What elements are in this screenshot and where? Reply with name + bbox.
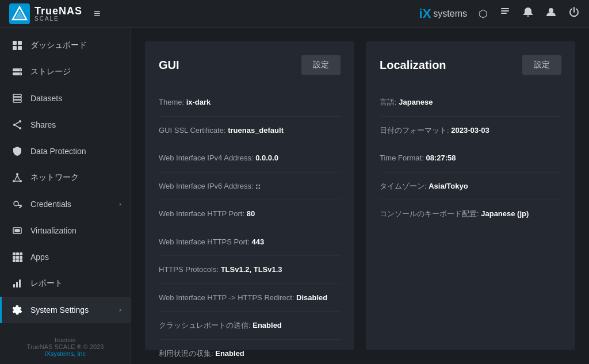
- topbar-left: TrueNAS SCALE ≡: [9, 3, 103, 24]
- sidebar-item-reports-label: レポート: [30, 278, 121, 289]
- svg-point-20: [19, 127, 21, 129]
- sidebar-item-network-label: ネットワーク: [30, 173, 121, 183]
- logo-text: TrueNAS SCALE: [35, 6, 82, 22]
- loc-field-date-format-value: 2023-03-03: [451, 126, 489, 135]
- localization-card-header: Localization 設定: [380, 55, 561, 75]
- sidebar-item-system-settings-label: System Settings: [30, 305, 112, 315]
- svg-line-21: [16, 122, 19, 124]
- svg-rect-31: [20, 206, 22, 207]
- sidebar-item-apps[interactable]: Apps: [0, 244, 131, 270]
- sidebar-item-data-protection[interactable]: Data Protection: [0, 138, 131, 164]
- svg-rect-36: [16, 252, 19, 255]
- truenas-logo-icon: [9, 3, 30, 24]
- svg-rect-4: [501, 10, 509, 12]
- gui-field-crash-report-label: クラッシュレポートの送信:: [159, 321, 253, 329]
- localization-card-title: Localization: [380, 59, 446, 72]
- apps-icon: [11, 251, 24, 263]
- gui-field-ipv6: Web Interface IPv6 Address: ::: [159, 173, 341, 201]
- loc-field-language-value: Japanese: [399, 98, 433, 106]
- loc-field-date-format-label: 日付のフォーマット:: [380, 126, 451, 135]
- sidebar-item-dashboard[interactable]: ダッシュボード: [0, 32, 131, 59]
- loc-field-timezone-label: タイムゾーン:: [380, 182, 429, 190]
- account-icon[interactable]: [545, 6, 557, 21]
- gui-field-crash-report-value: Enabled: [253, 321, 282, 329]
- sidebar-item-apps-label: Apps: [30, 252, 121, 262]
- notifications-icon[interactable]: [522, 6, 534, 21]
- loc-field-language: 言語: Japanese: [380, 89, 561, 117]
- sidebar-item-virtualization-label: Virtualization: [30, 226, 121, 235]
- logo-area: TrueNAS SCALE: [9, 3, 82, 24]
- svg-point-18: [19, 120, 21, 122]
- gui-settings-button[interactable]: 設定: [301, 55, 341, 75]
- gui-field-ipv6-label: Web Interface IPv6 Address:: [159, 182, 255, 190]
- sidebar-item-storage[interactable]: ストレージ: [0, 59, 131, 85]
- loc-field-time-format-value: 08:27:58: [426, 154, 456, 162]
- sidebar-item-storage-label: ストレージ: [30, 67, 121, 77]
- gui-field-https-port: Web Interface HTTPS Port: 443: [159, 228, 341, 256]
- sidebar-item-system-settings[interactable]: System Settings ›: [0, 297, 131, 323]
- localization-settings-button[interactable]: 設定: [522, 55, 561, 75]
- gui-field-theme: Theme: ix-dark: [159, 89, 341, 117]
- system-settings-icon: [11, 304, 24, 316]
- sidebar-item-credentials-label: Credentials: [30, 200, 112, 209]
- hamburger-button[interactable]: ≡: [91, 5, 103, 22]
- sidebar: ダッシュボード ストレージ: [0, 28, 131, 364]
- ix-systems-text: systems: [433, 9, 467, 19]
- tasks-icon[interactable]: [499, 6, 511, 21]
- sidebar-item-datasets-label: Datasets: [30, 94, 121, 103]
- svg-line-26: [15, 175, 17, 180]
- certificate-icon[interactable]: ⬡: [479, 7, 488, 20]
- svg-point-24: [13, 180, 15, 182]
- svg-point-29: [14, 201, 18, 206]
- sidebar-nav: ダッシュボード ストレージ: [0, 28, 131, 328]
- svg-rect-37: [20, 252, 22, 255]
- storage-icon: [11, 66, 24, 78]
- topbar-right: iX systems ⬡: [419, 6, 580, 21]
- data-protection-icon: [11, 145, 24, 158]
- svg-rect-16: [13, 97, 21, 99]
- svg-rect-40: [20, 256, 22, 259]
- loc-field-time-format: Time Format: 08:27:58: [380, 144, 561, 173]
- sidebar-brand: TrueNAS SCALE ® © 2023: [9, 343, 121, 350]
- power-icon[interactable]: [568, 6, 580, 21]
- svg-rect-15: [13, 94, 21, 97]
- loc-field-timezone-value: Asia/Tokyo: [429, 182, 468, 190]
- svg-rect-3: [501, 8, 509, 9]
- sidebar-item-reports[interactable]: レポート: [0, 270, 131, 297]
- svg-rect-30: [18, 205, 22, 206]
- gui-field-ipv4-value: 0.0.0.0: [255, 154, 278, 162]
- sidebar-item-credentials[interactable]: Credentials ›: [0, 191, 131, 217]
- svg-rect-17: [13, 100, 21, 102]
- sidebar-item-virtualization[interactable]: Virtualization: [0, 217, 131, 244]
- sidebar-item-datasets[interactable]: Datasets: [0, 85, 131, 112]
- sidebar-item-data-protection-label: Data Protection: [30, 147, 121, 156]
- svg-rect-41: [13, 259, 16, 262]
- svg-point-13: [20, 70, 21, 71]
- sidebar-item-network[interactable]: ネットワーク: [0, 164, 131, 191]
- loc-field-keyboard-label: コンソールのキーボード配置:: [380, 209, 481, 218]
- gui-field-http-redirect-label: Web Interface HTTP -> HTTPS Redirect:: [159, 293, 296, 302]
- sidebar-item-shares[interactable]: Shares: [0, 112, 131, 138]
- network-icon: [11, 171, 24, 184]
- gui-field-theme-label: Theme:: [159, 98, 186, 106]
- svg-rect-35: [13, 252, 16, 255]
- gui-field-http-port-label: Web Interface HTTP Port:: [159, 209, 247, 218]
- svg-rect-10: [18, 46, 22, 50]
- gui-field-https-port-value: 443: [252, 237, 265, 246]
- content-area: GUI 設定 Theme: ix-dark GUI SSL Certificat…: [131, 28, 589, 364]
- svg-line-27: [17, 175, 20, 180]
- svg-rect-7: [13, 41, 17, 45]
- svg-rect-43: [20, 259, 22, 262]
- sidebar-item-dashboard-label: ダッシュボード: [30, 40, 121, 51]
- gui-field-crash-report: クラッシュレポートの送信: Enabled: [159, 312, 341, 340]
- gui-field-http-port: Web Interface HTTP Port: 80: [159, 200, 341, 228]
- gui-field-ssl-label: GUI SSL Certificate:: [159, 126, 228, 135]
- main-layout: ダッシュボード ストレージ: [0, 28, 589, 364]
- svg-rect-8: [18, 41, 22, 45]
- ix-logo-text: iX: [419, 6, 431, 21]
- localization-card: Localization 設定 言語: Japanese 日付のフォーマット: …: [366, 41, 575, 350]
- dashboard-icon: [11, 39, 24, 52]
- svg-point-6: [549, 8, 553, 13]
- loc-field-time-format-label: Time Format:: [380, 154, 426, 162]
- svg-line-22: [16, 125, 19, 128]
